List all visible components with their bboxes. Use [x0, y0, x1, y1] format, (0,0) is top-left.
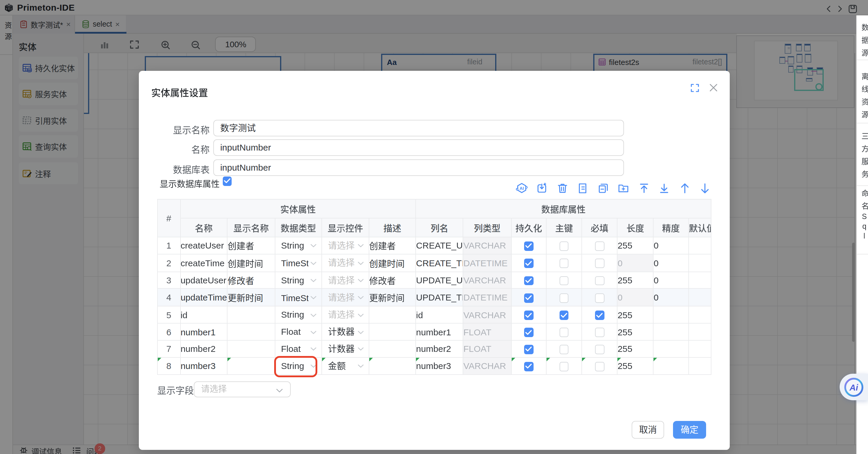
svg-text:Ai: Ai	[849, 383, 859, 392]
svg-text:AI: AI	[519, 186, 524, 191]
